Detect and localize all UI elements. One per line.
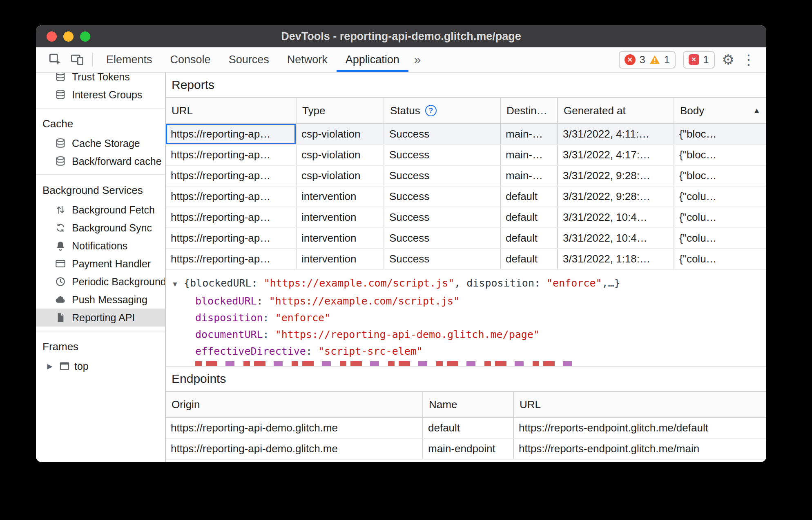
endpoints-heading: Endpoints (166, 367, 766, 391)
report-row[interactable]: https://reporting-ap… csp-violation Succ… (166, 145, 766, 166)
tab-application[interactable]: Application (337, 47, 408, 72)
more-tabs-chevron-icon[interactable]: » (408, 47, 427, 72)
column-header-origin[interactable]: Origin (166, 392, 423, 417)
status-help-icon[interactable]: ? (425, 105, 437, 116)
sidebar-item-reporting-api[interactable]: Reporting API (36, 309, 165, 327)
report-url-cell[interactable]: https://reporting-ap… (166, 228, 297, 248)
sidebar-item-payment-handler[interactable]: Payment Handler (36, 255, 165, 273)
report-generated-cell: 3/31/2022, 10:4… (558, 207, 674, 227)
sidebar-item-notifications[interactable]: Notifications (36, 237, 165, 255)
tab-console[interactable]: Console (161, 47, 220, 72)
sort-ascending-icon: ▲ (753, 106, 761, 115)
report-url-cell[interactable]: https://reporting-ap… (166, 187, 297, 207)
endpoint-name-cell: default (423, 418, 514, 438)
property-value: "https://example.com/script.js" (269, 295, 460, 307)
sidebar-item-background-sync[interactable]: Background Sync (36, 219, 165, 237)
document-icon (55, 312, 66, 323)
collapsed-triangle-icon[interactable]: ▶ (45, 362, 55, 371)
column-header-name[interactable]: Name (423, 392, 514, 417)
report-row[interactable]: https://reporting-ap… csp-violation Succ… (166, 124, 766, 145)
report-url-cell[interactable]: https://reporting-ap… (166, 207, 297, 227)
console-errors-warnings-badge[interactable]: ✕ 3 1 (619, 51, 676, 69)
endpoint-url-cell: https://reports-endpoint.glitch.me/defau… (514, 418, 766, 438)
property-colon: : (257, 295, 269, 307)
preview-token: "https://example.com/script.js" (264, 277, 455, 289)
report-url-cell[interactable]: https://reporting-ap… (166, 145, 297, 165)
sidebar-section-cache: Cache (36, 109, 165, 134)
sidebar-item-interest-groups[interactable]: Interest Groups (36, 86, 165, 104)
column-header-generated-at[interactable]: Generated at (558, 98, 674, 123)
clock-icon (55, 276, 66, 287)
error-count: 3 (640, 54, 645, 66)
window-titlebar: DevTools - reporting-api-demo.glitch.me/… (36, 25, 766, 47)
report-destination-cell: main-… (501, 124, 558, 144)
sidebar-item-label: Notifications (72, 240, 127, 252)
database-icon (55, 89, 66, 100)
column-label: Status (390, 104, 420, 117)
sidebar-item-background-fetch[interactable]: Background Fetch (36, 201, 165, 219)
report-url-cell[interactable]: https://reporting-ap… (166, 249, 297, 269)
sidebar-item-top-frame[interactable]: ▶ top (36, 357, 165, 375)
sidebar-item-cache-storage[interactable]: Cache Storage (36, 134, 165, 152)
report-row[interactable]: https://reporting-ap… intervention Succe… (166, 187, 766, 207)
expanded-triangle-icon[interactable]: ▼ (172, 276, 184, 293)
sidebar-item-periodic-background-sync[interactable]: Periodic Background (36, 273, 165, 291)
issue-count: 1 (703, 54, 709, 66)
column-header-status[interactable]: Status ? (384, 98, 501, 123)
report-generated-cell: 3/31/2022, 4:11:… (558, 124, 674, 144)
preview-token: , disposition: (454, 277, 547, 289)
endpoint-row[interactable]: https://reporting-api-demo.glitch.me mai… (166, 439, 766, 460)
issues-badge[interactable]: ✕ 1 (683, 51, 715, 69)
sidebar-item-back-forward-cache[interactable]: Back/forward cache (36, 152, 165, 170)
sidebar-item-label: Trust Tokens (72, 73, 130, 83)
report-status-cell: Success (384, 249, 501, 269)
column-label: Destin… (506, 104, 547, 117)
sidebar-item-label: Interest Groups (72, 89, 142, 101)
tab-network[interactable]: Network (278, 47, 337, 72)
report-status-cell: Success (384, 187, 501, 207)
report-url-cell[interactable]: https://reporting-ap… (166, 166, 297, 186)
toolbar-separator (92, 53, 93, 67)
sidebar-section-frames: Frames (36, 332, 165, 357)
sidebar-item-label: Back/forward cache (72, 156, 162, 167)
payment-card-icon (55, 258, 66, 269)
report-row[interactable]: https://reporting-ap… intervention Succe… (166, 207, 766, 228)
report-type-cell: csp-violation (297, 166, 384, 186)
column-label: Name (429, 398, 457, 411)
report-row[interactable]: https://reporting-ap… intervention Succe… (166, 249, 766, 270)
settings-gear-icon[interactable]: ⚙ (722, 53, 734, 67)
report-destination-cell: default (501, 228, 558, 248)
report-row[interactable]: https://reporting-ap… csp-violation Succ… (166, 166, 766, 187)
property-colon: : (263, 312, 275, 324)
sidebar-item-label: Periodic Background (72, 276, 166, 288)
database-icon (55, 156, 66, 167)
column-header-type[interactable]: Type (297, 98, 384, 123)
application-panel-content: Trust Tokens Interest Groups Cache Cache… (36, 73, 766, 462)
report-destination-cell: default (501, 249, 558, 269)
column-header-url[interactable]: URL (166, 98, 297, 123)
inspect-element-icon[interactable] (44, 47, 66, 72)
endpoint-row[interactable]: https://reporting-api-demo.glitch.me def… (166, 418, 766, 439)
column-label: URL (172, 104, 193, 117)
sidebar-item-push-messaging[interactable]: Push Messaging (36, 291, 165, 309)
warning-count: 1 (664, 54, 670, 66)
property-key: blockedURL (195, 295, 257, 307)
sidebar-item-trust-tokens[interactable]: Trust Tokens (36, 73, 165, 86)
column-header-endpoint-url[interactable]: URL (514, 392, 766, 417)
report-url-cell[interactable]: https://reporting-ap… (166, 124, 297, 144)
column-label: Body (680, 104, 704, 117)
tab-elements[interactable]: Elements (97, 47, 161, 72)
column-header-destination[interactable]: Destin… (501, 98, 558, 123)
report-row[interactable]: https://reporting-ap… intervention Succe… (166, 228, 766, 249)
sidebar-item-label: Background Sync (72, 222, 152, 234)
preview-property-line: disposition: "enforce" (172, 309, 766, 326)
sidebar-item-label: Push Messaging (72, 294, 147, 306)
report-destination-cell: main-… (501, 166, 558, 186)
report-type-cell: csp-violation (297, 145, 384, 165)
more-options-icon[interactable]: ⋮ (742, 53, 756, 67)
application-sidebar: Trust Tokens Interest Groups Cache Cache… (36, 73, 166, 462)
preview-property-line: documentURL: "https://reporting-api-demo… (172, 326, 766, 343)
tab-sources[interactable]: Sources (220, 47, 278, 72)
column-header-body[interactable]: Body ▲ (674, 98, 766, 123)
device-toolbar-icon[interactable] (66, 47, 88, 72)
